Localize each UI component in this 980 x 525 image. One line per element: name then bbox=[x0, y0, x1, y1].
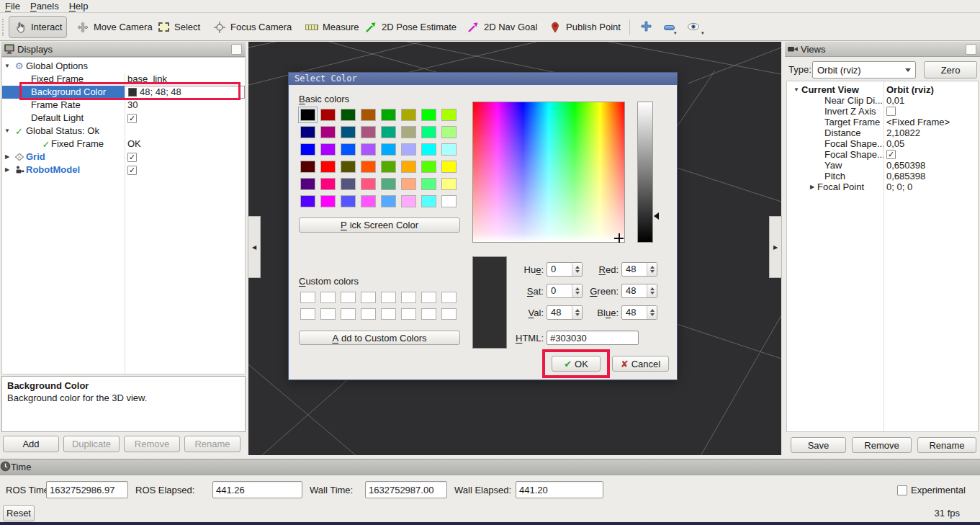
color-swatch[interactable] bbox=[381, 161, 396, 173]
color-swatch[interactable] bbox=[341, 126, 356, 138]
tree-row-grid[interactable]: ▶ Grid bbox=[2, 151, 245, 163]
nav-goal-tool-button[interactable]: 2D Nav Goal bbox=[462, 16, 541, 38]
tree-row-focal-shape-size[interactable]: Focal Shape... 0,05 bbox=[787, 138, 978, 149]
color-swatch[interactable] bbox=[421, 126, 436, 138]
color-swatch[interactable] bbox=[361, 161, 376, 173]
expander-closed-icon[interactable]: ▶ bbox=[2, 163, 12, 176]
zero-button[interactable]: Zero bbox=[924, 61, 977, 78]
color-swatch[interactable] bbox=[300, 109, 315, 121]
row-value[interactable]: 30 bbox=[127, 99, 138, 112]
tree-row-focal-shape-fixed[interactable]: Focal Shape... bbox=[787, 149, 978, 160]
color-swatch[interactable] bbox=[441, 178, 457, 190]
select-tool-button[interactable]: Select bbox=[153, 16, 204, 38]
color-swatch[interactable] bbox=[401, 109, 416, 121]
time-panel-titlebar[interactable]: Time bbox=[0, 459, 980, 475]
color-swatch[interactable] bbox=[401, 195, 416, 207]
duplicate-button[interactable]: Duplicate bbox=[63, 436, 120, 452]
color-swatch[interactable] bbox=[361, 292, 376, 303]
view-type-dropdown[interactable]: Orbit (rviz) bbox=[812, 61, 916, 78]
color-swatch[interactable] bbox=[401, 292, 416, 303]
dialog-titlebar[interactable]: Select Color bbox=[289, 73, 677, 85]
wall-elapsed-field[interactable]: 441.20 bbox=[516, 481, 603, 498]
color-swatch[interactable] bbox=[361, 195, 376, 207]
color-swatch[interactable] bbox=[381, 308, 396, 320]
tree-row-global-status[interactable]: ▼ ✓ Global Status: Ok bbox=[2, 125, 245, 138]
color-swatch[interactable] bbox=[320, 292, 336, 303]
color-swatch[interactable] bbox=[441, 292, 457, 303]
views-panel-titlebar[interactable]: Views bbox=[785, 42, 980, 57]
tree-row-target-frame[interactable]: Target Frame <Fixed Frame> bbox=[787, 117, 978, 127]
checkbox[interactable] bbox=[127, 153, 137, 162]
color-swatch[interactable] bbox=[381, 109, 396, 121]
checkbox[interactable] bbox=[886, 107, 896, 116]
row-value[interactable]: 0,685398 bbox=[886, 171, 925, 181]
color-swatch[interactable] bbox=[381, 143, 396, 156]
color-swatch[interactable] bbox=[401, 308, 416, 320]
splitter-collapse-right[interactable]: ▶ bbox=[769, 216, 782, 278]
expander-open-icon[interactable]: ▼ bbox=[791, 84, 801, 95]
color-swatch[interactable] bbox=[300, 308, 315, 320]
add-to-custom-colors-button[interactable]: Add to Custom Colors bbox=[299, 331, 460, 345]
color-swatch[interactable] bbox=[381, 178, 396, 190]
expander-closed-icon[interactable]: ▶ bbox=[2, 151, 12, 163]
displays-panel-titlebar[interactable]: Displays bbox=[1, 42, 246, 57]
rename-button[interactable]: Rename bbox=[184, 436, 240, 452]
color-swatch[interactable] bbox=[320, 195, 336, 207]
color-swatch[interactable] bbox=[361, 109, 376, 121]
ros-elapsed-field[interactable]: 441.26 bbox=[212, 481, 302, 498]
color-swatch[interactable] bbox=[320, 143, 336, 156]
color-swatch[interactable] bbox=[421, 308, 436, 320]
color-swatch[interactable] bbox=[441, 195, 457, 207]
tree-row-yaw[interactable]: Yaw 0,650398 bbox=[787, 160, 978, 171]
checkbox[interactable] bbox=[886, 150, 896, 159]
color-swatch[interactable] bbox=[421, 292, 436, 303]
cancel-button[interactable]: ✘ Cancel bbox=[612, 356, 669, 372]
color-swatch[interactable] bbox=[361, 178, 376, 190]
color-swatch[interactable] bbox=[401, 143, 416, 156]
add-button[interactable]: Add bbox=[3, 436, 59, 452]
color-swatch[interactable] bbox=[401, 161, 416, 173]
color-swatch[interactable] bbox=[300, 143, 315, 156]
ros-time-field[interactable]: 1632752986.97 bbox=[46, 481, 128, 498]
color-swatch[interactable] bbox=[341, 161, 356, 173]
tree-row-invert-z[interactable]: Invert Z Axis bbox=[787, 106, 978, 117]
color-swatch[interactable] bbox=[320, 109, 336, 121]
color-swatch[interactable] bbox=[441, 308, 457, 320]
color-swatch[interactable] bbox=[421, 178, 436, 190]
remove-button[interactable]: Remove bbox=[124, 436, 180, 452]
value-slider[interactable] bbox=[637, 102, 653, 243]
tree-row-distance[interactable]: Distance 2,10822 bbox=[787, 127, 978, 138]
color-swatch[interactable] bbox=[341, 178, 356, 190]
color-swatch[interactable] bbox=[320, 178, 336, 190]
hue-saturation-picker[interactable] bbox=[472, 102, 625, 243]
picker-cursor[interactable] bbox=[614, 233, 624, 243]
tree-row-frame-rate[interactable]: Frame Rate 30 bbox=[2, 99, 245, 112]
tree-row-fixed-frame-status[interactable]: ✓ Fixed Frame OK bbox=[2, 138, 245, 151]
visibility-button[interactable]: ▾ bbox=[684, 19, 703, 36]
row-value[interactable]: base_link bbox=[127, 73, 167, 86]
red-spinbox[interactable]: 48 bbox=[621, 262, 657, 277]
color-swatch[interactable] bbox=[320, 308, 336, 320]
tree-row-robotmodel[interactable]: ▶ RobotModel bbox=[2, 163, 245, 176]
color-swatch[interactable] bbox=[401, 126, 416, 138]
menu-file[interactable]: File bbox=[0, 0, 25, 13]
expander-closed-icon[interactable]: ▶ bbox=[807, 181, 817, 192]
color-swatch[interactable] bbox=[441, 143, 457, 156]
row-value[interactable]: 2,10822 bbox=[886, 127, 920, 138]
color-swatch[interactable] bbox=[421, 195, 436, 207]
panel-float-button[interactable] bbox=[231, 44, 242, 55]
tree-row-default-light[interactable]: Default Light bbox=[2, 112, 245, 125]
measure-tool-button[interactable]: Measure bbox=[301, 16, 364, 38]
row-value[interactable]: 0; 0; 0 bbox=[886, 181, 912, 192]
menu-panels[interactable]: Panels bbox=[25, 0, 64, 13]
color-swatch[interactable] bbox=[401, 178, 416, 190]
blue-spinbox[interactable]: 48 bbox=[621, 305, 657, 320]
focus-camera-tool-button[interactable]: Focus Camera bbox=[209, 16, 296, 38]
row-value[interactable]: <Fixed Frame> bbox=[886, 117, 950, 127]
value-slider-marker[interactable] bbox=[654, 212, 659, 220]
color-swatch[interactable] bbox=[441, 161, 457, 173]
color-swatch[interactable] bbox=[441, 126, 457, 138]
color-swatch[interactable] bbox=[341, 143, 356, 156]
html-color-input[interactable]: #303030 bbox=[547, 331, 639, 345]
color-swatch[interactable] bbox=[300, 178, 315, 190]
